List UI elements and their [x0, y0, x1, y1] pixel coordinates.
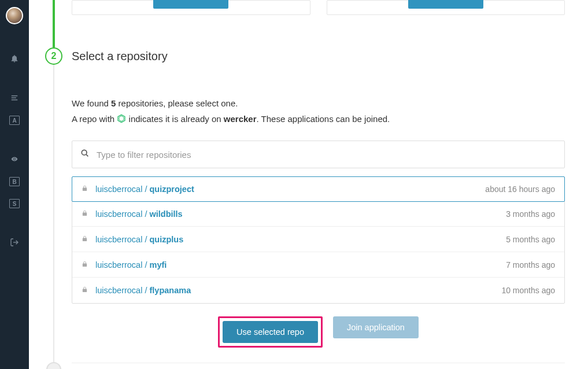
intro-line-2: A repo with indicates it is already on w…: [72, 111, 565, 127]
repo-name: luiscberrocal / flypanama: [95, 286, 501, 295]
step-title: Select a repository: [72, 50, 565, 63]
filter-input[interactable]: [97, 150, 556, 160]
lock-icon: [82, 184, 88, 194]
lock-icon: [82, 285, 88, 296]
lock-icon: [82, 234, 88, 245]
previous-step-cards: [72, 0, 565, 15]
lock-icon: [82, 209, 88, 219]
repo-row[interactable]: luiscberrocal / wildbills3 months ago: [72, 201, 564, 227]
intro-2c: . These applications can be joined.: [257, 114, 390, 124]
bell-icon[interactable]: [9, 53, 20, 64]
repo-name: luiscberrocal / myfi: [95, 260, 506, 270]
repo-time: about 16 hours ago: [485, 184, 555, 194]
repo-name: luiscberrocal / quizplus: [95, 235, 506, 244]
brand-name: wercker: [224, 114, 257, 124]
prev-card-button: [408, 0, 483, 9]
repo-time: 3 months ago: [506, 209, 555, 219]
step-number-badge: 2: [45, 47, 62, 65]
sidebar: A B S: [0, 0, 29, 369]
search-icon: [80, 149, 90, 160]
intro-line-1: We found 5 repositories, please select o…: [72, 95, 565, 111]
repo-row[interactable]: luiscberrocal / myfi7 months ago: [72, 252, 564, 278]
use-selected-repo-button[interactable]: Use selected repo: [223, 321, 318, 343]
repo-name: luiscberrocal / wildbills: [95, 209, 506, 219]
repo-time: 7 months ago: [506, 260, 555, 270]
wercker-badge-icon: [117, 113, 126, 124]
prev-card-1: [72, 0, 310, 15]
menu-icon[interactable]: [9, 93, 20, 103]
prev-card-button: [153, 0, 228, 9]
next-step-badge: [46, 362, 61, 369]
repo-time: 10 months ago: [501, 286, 555, 295]
repo-row[interactable]: luiscberrocal / quizprojectabout 16 hour…: [72, 176, 565, 202]
avatar[interactable]: [6, 7, 23, 24]
nav-item-s[interactable]: S: [9, 199, 20, 208]
action-buttons: Use selected repo Join application: [72, 316, 565, 348]
eye-icon[interactable]: [9, 154, 20, 164]
intro-suffix: repositories, please select one.: [116, 98, 238, 108]
intro-2b: indicates it is already on: [126, 114, 223, 124]
filter-box[interactable]: [72, 141, 565, 168]
nav-item-b[interactable]: B: [9, 177, 20, 186]
join-application-button[interactable]: Join application: [333, 316, 419, 338]
lock-icon: [82, 260, 88, 270]
svg-rect-0: [12, 95, 18, 96]
repo-row[interactable]: luiscberrocal / flypanama10 months ago: [72, 278, 564, 303]
primary-highlight: Use selected repo: [218, 316, 323, 348]
repo-row[interactable]: luiscberrocal / quizplus5 months ago: [72, 227, 564, 252]
svg-rect-2: [12, 99, 18, 100]
svg-rect-1: [12, 97, 16, 98]
timeline-progress: [53, 0, 55, 47]
svg-line-5: [86, 154, 88, 156]
prev-card-2: [327, 0, 565, 15]
nav-item-a[interactable]: A: [9, 116, 20, 125]
svg-point-4: [82, 150, 87, 155]
repo-list: luiscberrocal / quizprojectabout 16 hour…: [72, 176, 565, 304]
repo-name: luiscberrocal / quizproject: [95, 184, 485, 194]
logout-icon[interactable]: [9, 237, 20, 248]
repo-time: 5 months ago: [506, 235, 555, 244]
step-content: Select a repository We found 5 repositor…: [72, 50, 565, 363]
intro-2a: A repo with: [72, 114, 117, 124]
divider: [72, 363, 565, 363]
intro-prefix: We found: [72, 98, 111, 108]
